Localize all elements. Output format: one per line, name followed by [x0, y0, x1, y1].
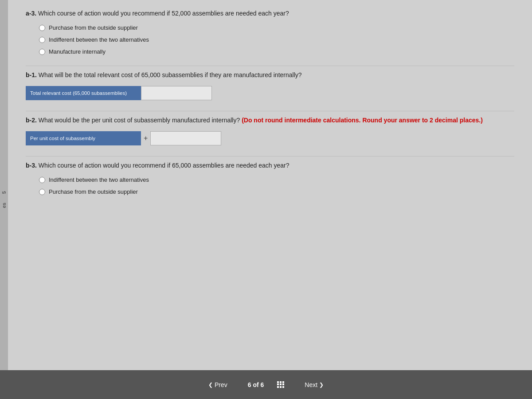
a3-title: a-3. Which course of action would you re… — [26, 9, 514, 18]
b3-title-bold: b-3. — [26, 162, 37, 169]
b2-title-text-plain: What would be the per unit cost of subas… — [37, 117, 242, 124]
a3-label-1: Purchase from the outside supplier — [49, 24, 138, 31]
prev-chevron-icon: ❮ — [208, 382, 213, 388]
b3-title-text: Which course of action would you recomme… — [37, 162, 289, 169]
next-button[interactable]: Next ❯ — [297, 378, 331, 392]
b1-input-label: Total relevant cost (65,000 subassemblie… — [26, 86, 141, 100]
b3-radio-2[interactable] — [39, 189, 45, 195]
sidebar-label-1: 5 — [1, 191, 7, 194]
page-separator: of — [253, 381, 260, 388]
prev-button[interactable]: ❮ Prev — [201, 378, 235, 392]
b2-title-text-red: (Do not round intermediate calculations.… — [242, 117, 483, 124]
plus-icon: + — [144, 134, 148, 142]
next-chevron-icon: ❯ — [319, 382, 324, 388]
next-label: Next — [305, 381, 317, 388]
section-b1: b-1. What will be the total relevant cos… — [26, 70, 514, 100]
left-sidebar: 5 es — [0, 0, 8, 399]
grid-icon[interactable] — [277, 381, 284, 388]
b2-title: b-2. What would be the per unit cost of … — [26, 116, 514, 125]
a3-radio-1[interactable] — [39, 25, 45, 31]
page-info: 6 of 6 — [248, 381, 264, 388]
b2-input-label: Per unit cost of subassembly — [26, 131, 141, 145]
b1-title: b-1. What will be the total relevant cos… — [26, 70, 514, 80]
a3-option-1[interactable]: Purchase from the outside supplier — [39, 24, 514, 31]
a3-title-bold: a-3. — [26, 10, 36, 17]
section-b3: b-3. Which course of action would you re… — [26, 161, 514, 195]
a3-option-2[interactable]: Indifferent between the two alternatives — [39, 36, 514, 43]
divider-3 — [26, 156, 514, 156]
page-current: 6 — [248, 381, 251, 388]
prev-label: Prev — [215, 381, 227, 388]
b2-input-row: Per unit cost of subassembly + — [26, 131, 514, 145]
a3-radio-2[interactable] — [39, 37, 45, 43]
b3-option-1[interactable]: Indifferent between the two alternatives — [39, 176, 514, 183]
a3-radio-3[interactable] — [39, 49, 45, 55]
b2-title-bold: b-2. — [26, 117, 37, 124]
a3-label-2: Indifferent between the two alternatives — [49, 36, 149, 43]
b1-title-text: What will be the total relevant cost of … — [37, 71, 302, 78]
b3-option-2[interactable]: Purchase from the outside supplier — [39, 188, 514, 195]
a3-option-3[interactable]: Manufacture internally — [39, 48, 514, 55]
page-total: 6 — [261, 381, 264, 388]
sidebar-label-2: es — [1, 203, 7, 208]
b2-input-field[interactable] — [150, 131, 221, 145]
b3-label-1: Indifferent between the two alternatives — [49, 176, 149, 183]
content-area: a-3. Which course of action would you re… — [8, 0, 532, 399]
section-a3: a-3. Which course of action would you re… — [26, 9, 514, 55]
divider-2 — [26, 111, 514, 111]
section-b2: b-2. What would be the per unit cost of … — [26, 116, 514, 145]
b1-input-row: Total relevant cost (65,000 subassemblie… — [26, 86, 514, 100]
b3-title: b-3. Which course of action would you re… — [26, 161, 514, 170]
a3-label-3: Manufacture internally — [49, 48, 106, 55]
divider-1 — [26, 66, 514, 66]
b3-label-2: Purchase from the outside supplier — [49, 188, 138, 195]
b3-radio-1[interactable] — [39, 177, 45, 183]
bottom-nav: ❮ Prev 6 of 6 Next ❯ — [0, 370, 532, 399]
a3-title-text: Which course of action would you recomme… — [36, 10, 289, 17]
main-container: 5 es a-3. Which course of action would y… — [0, 0, 532, 399]
b1-title-bold: b-1. — [26, 71, 37, 78]
b1-input-field[interactable] — [141, 86, 212, 100]
